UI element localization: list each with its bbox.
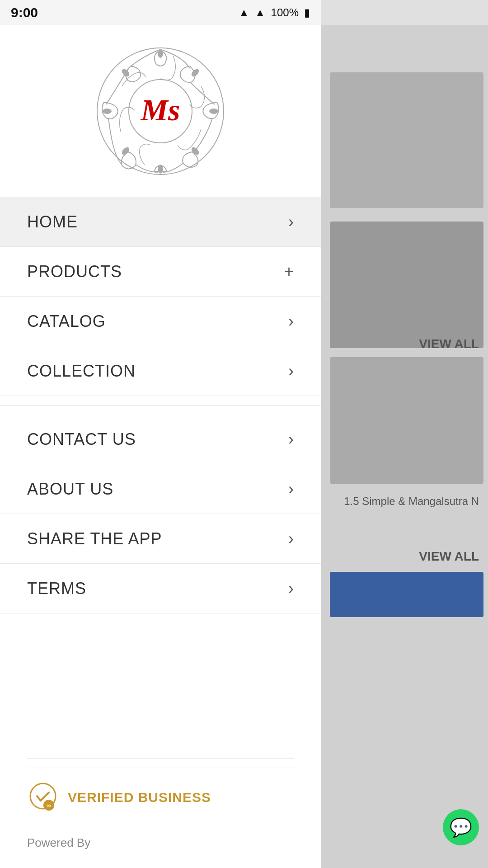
menu-item-share-the-app[interactable]: SHARE THE APP › bbox=[0, 514, 321, 564]
menu-item-collection[interactable]: COLLECTION › bbox=[0, 346, 321, 396]
svg-text:Ms: Ms bbox=[141, 93, 180, 127]
status-icons: ▲ ▲ 100% ▮ bbox=[239, 6, 310, 19]
svg-text:∞: ∞ bbox=[47, 802, 51, 809]
menu-item-about-us[interactable]: ABOUT US › bbox=[0, 464, 321, 514]
menu-item-catalog[interactable]: CATALOG › bbox=[0, 297, 321, 346]
whatsapp-button[interactable]: 💬 bbox=[443, 809, 479, 845]
verified-label: VERIFIED BUSINESS bbox=[68, 790, 211, 805]
verified-icon: ∞ bbox=[27, 782, 59, 813]
menu-label-home: HOME bbox=[27, 212, 78, 231]
signal-icon: ▲ bbox=[255, 6, 266, 19]
menu-item-home[interactable]: HOME › bbox=[0, 197, 321, 247]
status-time: 9:00 bbox=[11, 5, 38, 20]
chevron-right-icon-about: › bbox=[288, 480, 294, 499]
status-bar: 9:00 ▲ ▲ 100% ▮ bbox=[0, 0, 321, 25]
thick-divider-1 bbox=[27, 758, 294, 759]
menu-item-terms[interactable]: TERMS › bbox=[0, 564, 321, 613]
bg-product-image-4 bbox=[330, 572, 483, 617]
battery-level: 100% bbox=[271, 6, 299, 19]
chevron-right-icon-terms: › bbox=[288, 579, 294, 598]
bg-product-image-3 bbox=[330, 357, 483, 484]
bg-view-all-2: VIEW ALL bbox=[419, 549, 479, 564]
battery-icon: ▮ bbox=[304, 6, 310, 19]
bg-product-image-2 bbox=[330, 222, 483, 348]
bg-product-image-1 bbox=[330, 72, 483, 208]
chevron-right-icon-collection: › bbox=[288, 362, 294, 381]
primary-menu: HOME › PRODUCTS + CATALOG › COLLECTION ›… bbox=[0, 197, 321, 740]
wifi-icon: ▲ bbox=[239, 6, 249, 19]
svg-point-7 bbox=[121, 146, 131, 156]
menu-label-terms: TERMS bbox=[27, 579, 86, 598]
logo-area: Ms bbox=[0, 25, 321, 197]
menu-label-contact-us: CONTACT US bbox=[27, 430, 136, 449]
menu-label-share-the-app: SHARE THE APP bbox=[27, 529, 162, 548]
chevron-right-icon-contact: › bbox=[288, 430, 294, 449]
drawer-bottom: ∞ VERIFIED BUSINESS Powered By bbox=[0, 740, 321, 868]
menu-label-products: PRODUCTS bbox=[27, 262, 122, 281]
chevron-right-icon-share: › bbox=[288, 529, 294, 548]
plus-icon-products: + bbox=[284, 262, 294, 281]
svg-point-6 bbox=[158, 165, 163, 174]
svg-point-8 bbox=[103, 108, 112, 114]
menu-item-contact-us[interactable]: CONTACT US › bbox=[0, 415, 321, 464]
chevron-right-icon-catalog: › bbox=[288, 312, 294, 331]
bg-view-all-1: VIEW ALL bbox=[419, 337, 479, 351]
chevron-right-icon-home: › bbox=[288, 212, 294, 231]
svg-point-4 bbox=[209, 108, 218, 114]
menu-label-collection: COLLECTION bbox=[27, 362, 136, 381]
menu-label-about-us: ABOUT US bbox=[27, 480, 113, 499]
svg-point-2 bbox=[158, 49, 163, 58]
verified-badge: ∞ VERIFIED BUSINESS bbox=[27, 782, 294, 813]
menu-item-products[interactable]: PRODUCTS + bbox=[0, 247, 321, 297]
thin-divider-1 bbox=[27, 768, 294, 768]
logo: Ms bbox=[93, 43, 228, 179]
menu-label-catalog: CATALOG bbox=[27, 312, 106, 331]
bg-product-text: 1.5 Simple & Mangalsutra N bbox=[330, 495, 479, 508]
navigation-drawer: Ms HOME › PRODUCTS + CATALOG › COLLECTIO… bbox=[0, 25, 321, 868]
powered-by: Powered By bbox=[27, 836, 294, 850]
menu-divider bbox=[0, 405, 321, 406]
